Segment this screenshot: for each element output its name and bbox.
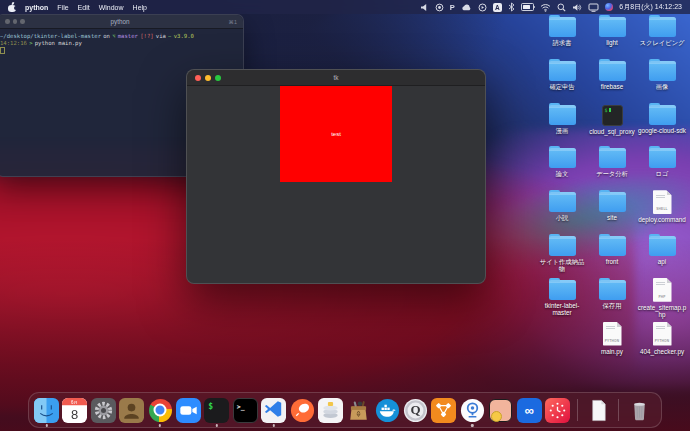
active-app-menu[interactable]: python (25, 4, 48, 11)
play-circle-icon[interactable] (478, 3, 487, 12)
desktop-icon-light[interactable]: light (587, 15, 637, 59)
terminal-git-status: [!?] (140, 33, 153, 39)
terminal-title-bar[interactable]: python ⌘1 (0, 15, 243, 29)
desktop-icon-data-analysis[interactable]: データ分析 (587, 146, 637, 190)
volume-icon[interactable] (572, 3, 582, 12)
bluetooth-icon[interactable] (508, 2, 515, 12)
terminal-timestamp: 14:12:16 (0, 40, 27, 46)
dock-infinity-app[interactable]: ∞ (517, 398, 542, 423)
desktop-icon-deploy-command[interactable]: SHELLdeploy.command (637, 190, 687, 234)
dock-system-preferences[interactable] (91, 398, 116, 423)
desktop-icon-firebase[interactable]: firebase (587, 59, 637, 103)
desktop-icon-label: 保存用 (603, 302, 622, 309)
display-icon[interactable] (588, 3, 599, 12)
terminal-body[interactable]: ~/desktop/tkinter-label-masteron⌥master[… (0, 29, 243, 58)
terminal-git-branch: master (118, 33, 138, 39)
desktop-icon-label: 小説 (556, 214, 569, 221)
menu-file[interactable]: File (57, 4, 68, 11)
folder-icon (549, 280, 576, 300)
ime-a-icon[interactable]: A (493, 3, 502, 12)
dock-user-app[interactable] (119, 398, 144, 423)
spotlight-icon[interactable] (557, 3, 566, 12)
tk-title-bar[interactable]: tk (187, 70, 485, 86)
desktop-icon-label: api (658, 258, 666, 265)
dock-timer-app[interactable] (545, 398, 570, 423)
terminal-cwd: ~/desktop/tkinter-label-master (0, 33, 101, 39)
menu-help[interactable]: Help (133, 4, 147, 11)
dock-postman[interactable] (290, 398, 315, 423)
folder-icon (549, 148, 576, 168)
dock-zoom[interactable] (176, 398, 201, 423)
folder-icon (649, 148, 676, 168)
desktop-icon-images[interactable]: 画像 (637, 59, 687, 103)
record-icon[interactable] (435, 3, 444, 12)
desktop-icon-label: firebase (601, 83, 623, 90)
desktop-icon-papers[interactable]: 論文 (537, 146, 587, 190)
desktop-icon-google-cloud-sdk[interactable]: google-cloud-sdk (637, 103, 687, 147)
desktop-icon-cloud-sql-proxy[interactable]: $cloud_sql_proxy (587, 103, 637, 147)
folder-icon (549, 17, 576, 37)
desktop-icon-api[interactable]: api (637, 234, 687, 278)
menu-edit[interactable]: Edit (78, 4, 90, 11)
folder-icon (649, 236, 676, 256)
desktop-icon-manga[interactable]: 漫画 (537, 103, 587, 147)
folder-icon (599, 17, 626, 37)
menu-bar-left: python File Edit Window Help (8, 3, 147, 12)
menu-bar-clock[interactable]: 6月8日(火) 14:12:23 (619, 2, 682, 12)
desktop-icon-label: ロゴ (656, 170, 669, 177)
desktop-icon-invoice[interactable]: 請求書 (537, 15, 587, 59)
desktop-icon-logo[interactable]: ロゴ (637, 146, 687, 190)
dock-webcam-app[interactable] (460, 398, 485, 423)
desktop-icon-site-deliverables[interactable]: サイト作成納品物 (537, 234, 587, 278)
unix-executable-icon: $ (602, 105, 623, 126)
folder-icon (549, 236, 576, 256)
dock-terminal-dark[interactable]: >_ (233, 398, 258, 423)
desktop-icon-taxreturn[interactable]: 確定申告 (537, 59, 587, 103)
apple-menu-icon[interactable] (8, 3, 16, 12)
dock-docker[interactable] (375, 398, 400, 423)
git-branch-icon: ⌥ (112, 33, 115, 39)
desktop-icon-storage[interactable]: 保存用 (587, 278, 637, 322)
terminal-python-version: v3.9.0 (174, 33, 194, 39)
terminal-prompt-line: ~/desktop/tkinter-label-masteron⌥master[… (0, 33, 240, 40)
dock-chrome[interactable] (148, 398, 173, 423)
dock-quicktime[interactable]: Q (403, 398, 428, 423)
desktop-icon-label: スクレイピング (639, 39, 684, 46)
horn-icon[interactable] (420, 3, 429, 12)
desktop-icon-novel[interactable]: 小説 (537, 190, 587, 234)
dock-trash[interactable] (627, 398, 652, 423)
desktop-grid-empty-cell (537, 322, 587, 366)
dock-recent-file[interactable] (586, 398, 611, 423)
desktop-icon-create-sitemap-php[interactable]: PHPcreate_sitemap.php (637, 278, 687, 322)
dock-sequel-pro[interactable] (318, 398, 343, 423)
dock-finder[interactable] (34, 398, 59, 423)
parallels-icon[interactable]: P (450, 3, 455, 12)
dock-peach-app[interactable] (488, 398, 513, 423)
desktop-icon-site[interactable]: site (587, 190, 637, 234)
dock-appcleaner[interactable] (346, 398, 371, 423)
desktop-icon-scraping[interactable]: スクレイピング (637, 15, 687, 59)
menu-window[interactable]: Window (99, 4, 124, 11)
dock-terminal-green[interactable]: $ (204, 398, 229, 423)
battery-icon[interactable] (521, 3, 534, 11)
dock-calendar[interactable]: 6月8 (62, 398, 87, 423)
desktop-icon-main-py[interactable]: PYTHONmain.py (587, 322, 637, 366)
dock-vscode[interactable] (261, 398, 286, 423)
folder-icon (599, 192, 626, 212)
desktop-icon-404-checker-py[interactable]: PYTHON404_checker.py (637, 322, 687, 366)
desktop-icon-label: cloud_sql_proxy (589, 128, 635, 135)
desktop-icon-tkinter-label-master[interactable]: tkinter-label-master (537, 278, 587, 322)
cloud-icon[interactable] (461, 3, 472, 11)
desktop-icon-front[interactable]: front (587, 234, 637, 278)
terminal-command-text: python main.py (35, 40, 82, 46)
shell-file-icon: SHELL (653, 190, 672, 214)
wifi-icon[interactable] (540, 3, 551, 12)
dock-sitemap-app[interactable] (431, 398, 456, 423)
desktop-icon-label: 論文 (556, 170, 569, 177)
desktop-icon-label: 画像 (656, 83, 669, 90)
siri-icon[interactable] (605, 3, 614, 12)
dock-divider (577, 399, 578, 421)
desktop-icon-label: create_sitemap.php (637, 304, 687, 319)
desktop-icon-label: 404_checker.py (640, 348, 684, 355)
tk-canvas-label: test (331, 131, 341, 137)
